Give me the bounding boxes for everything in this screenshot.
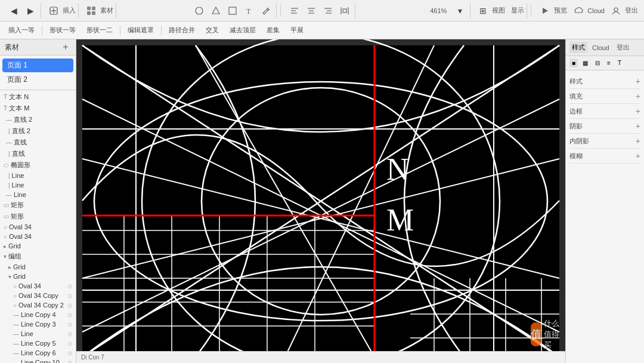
layer-name-grid2: Grid <box>13 273 72 280</box>
layer-line-b[interactable]: | 直线 <box>0 148 76 159</box>
layer-name-oval34-copy: Oval 34 Copy <box>18 292 66 299</box>
tool-shape1[interactable] <box>208 3 224 19</box>
layer-oval34-1[interactable]: ○ Oval 34 <box>0 222 76 232</box>
layer-line-a[interactable]: — 直线 <box>0 137 76 148</box>
layer-name-line2: Line <box>12 182 72 189</box>
rp-tool-5[interactable]: T <box>615 59 624 67</box>
login-button[interactable] <box>608 3 624 19</box>
layer-name-oval34-copy2: Oval 34 Copy 2 <box>18 302 66 309</box>
layer-grid-top[interactable]: ▸ Grid <box>0 241 76 251</box>
rp-tools-row: ■ ▦ ⊟ ≡ T <box>566 56 644 70</box>
tb2-shape-second[interactable]: 形状一二 <box>83 24 116 36</box>
preview-button[interactable] <box>537 3 553 19</box>
rp-blur-add[interactable]: + <box>636 151 640 161</box>
tb2-path-merge[interactable]: 路径合并 <box>165 24 199 36</box>
layer-line-2[interactable]: | Line <box>0 180 76 190</box>
align-left[interactable] <box>287 3 302 19</box>
rp-tool-2[interactable]: ▦ <box>580 59 590 67</box>
rp-border-add[interactable]: + <box>636 106 640 116</box>
align-right[interactable] <box>320 3 336 19</box>
layer-line-2b[interactable]: | 直线 2 <box>0 125 76 137</box>
tool-text[interactable]: T <box>242 3 257 19</box>
layer-grid-1[interactable]: ▸ Grid <box>0 262 76 272</box>
layer-line-3[interactable]: — Line <box>0 190 76 199</box>
tool-pencil[interactable] <box>258 3 274 19</box>
svg-point-7 <box>196 7 203 14</box>
align-group <box>284 3 355 19</box>
tb2-sep2 <box>120 26 120 35</box>
canvas-area[interactable]: N M 值 什么值得买 <box>76 39 565 363</box>
line-icon-copy3: — <box>13 321 19 328</box>
rp-tab-cloud[interactable]: Cloud <box>590 43 612 53</box>
tool-shape2[interactable] <box>225 3 240 19</box>
cloud-button[interactable] <box>571 3 586 19</box>
layer-oval34-copy2[interactable]: ○ Oval 34 Copy 2 ⊙ <box>0 300 76 310</box>
layer-ellipse[interactable]: ⬭ 椭圆形 <box>0 159 76 171</box>
svg-rect-23 <box>343 9 346 13</box>
tb2-subtract[interactable]: 减去顶层 <box>226 24 259 36</box>
watermark-text: 什么值得买 <box>544 318 559 350</box>
add-page-button[interactable]: + <box>60 42 71 53</box>
tb2-intersect[interactable]: 交叉 <box>202 24 222 36</box>
layer-oval34-copy[interactable]: ○ Oval 34 Copy ⊙ <box>0 291 76 300</box>
line-icon-copy5: — <box>13 340 19 347</box>
layer-grid-2[interactable]: ▾ Grid <box>0 272 76 281</box>
vline-icon-2: | <box>8 182 10 189</box>
align-center[interactable] <box>304 3 319 19</box>
sep2 <box>531 5 531 17</box>
folder-icon-grid: ▸ <box>4 243 7 250</box>
insert-button[interactable] <box>46 3 61 19</box>
layer-name-line-copy5: Line Copy 5 <box>21 340 66 347</box>
layer-line-1[interactable]: | Line <box>0 171 76 180</box>
layer-line-copy6[interactable]: — Line Copy 6 ⊙ <box>0 348 76 358</box>
tool-insert[interactable] <box>191 3 207 19</box>
tb2-shape-first[interactable]: 形状一等 <box>46 24 79 36</box>
forward-button[interactable]: ▶ <box>23 3 38 19</box>
rp-inner-shadow-add[interactable]: + <box>636 136 640 146</box>
page-item-1[interactable]: 页面 1 <box>2 59 73 72</box>
back-button[interactable]: ◀ <box>6 3 21 19</box>
layer-vis-oval34-copy2: ⊙ <box>67 302 72 309</box>
top-toolbar: ◀ ▶ 插入 素材 T <box>0 0 644 21</box>
svg-rect-4 <box>92 7 95 10</box>
layer-line-copy3[interactable]: — Line Copy 3 ⊙ <box>0 319 76 329</box>
layer-name-line-copy4: Line Copy 4 <box>21 311 66 318</box>
layer-line-copy4[interactable]: — Line Copy 4 ⊙ <box>0 310 76 319</box>
rp-shadow-add[interactable]: + <box>636 121 640 131</box>
tb2-edit-mask[interactable]: 编辑遮罩 <box>124 24 157 36</box>
rp-fill-add[interactable]: + <box>636 91 640 101</box>
layer-text-n[interactable]: T 文本 N <box>0 91 76 103</box>
layer-line-2a[interactable]: — 直线 2 <box>0 114 76 125</box>
assets-button[interactable] <box>83 3 99 19</box>
grid-view-button[interactable]: ⊞ <box>475 3 491 19</box>
line-icon-3: — <box>6 192 12 198</box>
rp-tool-3[interactable]: ⊟ <box>593 59 602 67</box>
tb2-flatten[interactable]: 平展 <box>287 24 307 36</box>
layer-oval34-3[interactable]: ○ Oval 34 ⊙ <box>0 281 76 291</box>
layer-oval34-2[interactable]: ○ Oval 34 <box>0 232 76 241</box>
rp-tab-login[interactable]: 登出 <box>614 42 632 53</box>
layer-line-copy10[interactable]: — Line Copy 10 ⊙ <box>0 358 76 363</box>
rp-style-section: 样式 + <box>569 74 640 89</box>
rp-style-add[interactable]: + <box>636 76 640 86</box>
page-item-2[interactable]: 页面 2 <box>2 73 73 87</box>
rect-icon-1: ▭ <box>4 202 9 208</box>
layer-rect-1[interactable]: ▭ 矩形 <box>0 199 76 211</box>
rp-tab-style[interactable]: 样式 <box>569 42 587 53</box>
sidebar-title: 素材 <box>5 42 19 53</box>
layer-name-linea: 直线 <box>14 138 72 147</box>
layer-group[interactable]: ▾ 编组 <box>0 251 76 262</box>
rp-tool-1[interactable]: ■ <box>569 59 578 67</box>
tb2-difference[interactable]: 差集 <box>263 24 283 36</box>
zoom-button[interactable]: ▾ <box>452 3 467 19</box>
layer-line-solo[interactable]: — Line ⊙ <box>0 329 76 339</box>
text-icon-m: T <box>4 105 7 112</box>
tb2-insert-first[interactable]: 插入一等 <box>5 24 38 36</box>
layer-rect-2[interactable]: ▭ 矩形 <box>0 211 76 222</box>
layer-line-copy5[interactable]: — Line Copy 5 ⊙ <box>0 339 76 348</box>
layer-name-grid-top: Grid <box>8 242 72 250</box>
rp-tool-4[interactable]: ≡ <box>605 59 613 67</box>
layer-name-rect1: 矩形 <box>11 201 72 210</box>
layer-text-m[interactable]: T 文本 M <box>0 103 76 114</box>
distribute[interactable] <box>337 3 352 19</box>
